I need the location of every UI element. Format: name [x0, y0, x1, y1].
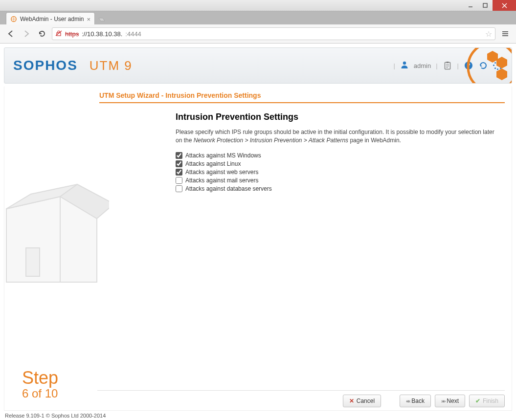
ips-option-label: Attacks against MS Windows	[185, 152, 261, 159]
ips-option-checkbox[interactable]	[176, 185, 182, 192]
tab-close-icon[interactable]: ×	[87, 16, 91, 23]
step-number: 6 of 10	[22, 387, 58, 400]
ssl-warning-icon	[55, 30, 62, 38]
back-label: Back	[411, 398, 425, 404]
separator: |	[436, 62, 437, 69]
ips-option-label: Attacks against Linux	[185, 160, 241, 167]
reload-button[interactable]	[36, 28, 48, 40]
step-label: Step	[22, 369, 58, 387]
brand-logo: SOPHOS	[13, 58, 78, 73]
separator: |	[393, 62, 395, 69]
svg-marker-20	[496, 57, 507, 68]
ips-option-row[interactable]: Attacks against MS Windows	[176, 152, 502, 159]
ips-option-row[interactable]: Attacks against mail servers	[176, 177, 502, 184]
browser-toolbar: https ://10.38.10.38. :4444 ☆	[0, 24, 516, 43]
next-label: Next	[447, 398, 459, 404]
wizard-content: Intrusion Prevention Settings Please spe…	[97, 103, 512, 192]
ips-option-row[interactable]: Attacks against database servers	[176, 185, 502, 192]
ips-option-checkbox[interactable]	[176, 152, 182, 159]
ips-option-checkbox[interactable]	[176, 169, 182, 176]
ips-option-label: Attacks against mail servers	[185, 177, 258, 184]
svg-rect-1	[483, 3, 487, 7]
browser-tab[interactable]: WebAdmin - User admin ×	[6, 12, 95, 24]
url-scheme: https	[65, 30, 79, 38]
finish-button: ✔ Finish	[469, 395, 505, 407]
window-minimize-button[interactable]	[463, 0, 478, 11]
tab-title: WebAdmin - User admin	[20, 16, 84, 22]
cancel-icon: ✕	[349, 398, 354, 404]
tab-strip: WebAdmin - User admin ×	[0, 11, 516, 24]
browser-menu-button[interactable]	[499, 28, 511, 40]
ips-option-row[interactable]: Attacks against Linux	[176, 160, 502, 167]
svg-rect-26	[26, 248, 40, 276]
release-footer: Release 9.109-1 © Sophos Ltd 2000-2014	[0, 411, 516, 420]
window-close-button[interactable]	[493, 0, 516, 11]
wizard-breadcrumb: UTM Setup Wizard - Intrusion Prevention …	[99, 87, 505, 103]
back-button[interactable]	[5, 28, 17, 40]
svg-point-10	[403, 61, 406, 64]
desc-post: page in WebAdmin.	[348, 137, 401, 144]
bookmark-star-icon[interactable]: ☆	[485, 29, 492, 39]
house-illustration-icon	[1, 150, 109, 297]
ips-option-label: Attacks against web servers	[185, 169, 258, 176]
app-header: SOPHOS UTM 9 | admin | | ?	[4, 47, 512, 84]
ips-option-label: Attacks against database servers	[185, 185, 272, 192]
back-button[interactable]: «« Back	[400, 395, 431, 407]
svg-marker-21	[496, 68, 507, 80]
page-viewport: SOPHOS UTM 9 | admin | | ?	[0, 44, 516, 420]
page-title: Intrusion Prevention Settings	[176, 112, 502, 122]
finish-label: Finish	[483, 398, 498, 404]
step-indicator: Step 6 of 10	[22, 369, 58, 400]
url-host: ://10.38.10.38.	[82, 30, 122, 38]
svg-marker-19	[487, 51, 498, 63]
new-tab-button[interactable]	[97, 15, 107, 24]
wizard-button-row: ✕ Cancel «« Back »» Next ✔ Finish	[97, 390, 505, 407]
check-icon: ✔	[475, 398, 480, 404]
url-port: :4444	[125, 30, 141, 38]
favicon-icon	[10, 16, 17, 22]
wizard-body: UTM Setup Wizard - Intrusion Prevention …	[97, 87, 512, 410]
wizard-sidebar: Step 6 of 10	[4, 87, 97, 410]
ips-option-checkbox[interactable]	[176, 160, 182, 167]
window-titlebar	[0, 0, 516, 11]
hexagon-logo-icon	[466, 47, 512, 84]
address-bar[interactable]: https ://10.38.10.38. :4444 ☆	[52, 27, 495, 40]
desc-path: Network Protection > Intrusion Preventio…	[194, 137, 348, 144]
page-description: Please specify which IPS rule groups sho…	[176, 128, 502, 145]
main-content: Step 6 of 10 UTM Setup Wizard - Intrusio…	[4, 87, 512, 411]
clipboard-icon[interactable]	[443, 61, 452, 70]
user-label[interactable]: admin	[414, 62, 431, 69]
chevron-right-icon: »»	[441, 398, 444, 404]
cancel-button[interactable]: ✕ Cancel	[343, 395, 381, 407]
ips-option-row[interactable]: Attacks against web servers	[176, 169, 502, 176]
ips-option-checkbox[interactable]	[176, 177, 182, 184]
product-name: UTM 9	[90, 58, 133, 73]
user-icon	[400, 60, 409, 71]
separator: |	[457, 62, 459, 69]
next-button[interactable]: »» Next	[435, 395, 465, 407]
forward-button[interactable]	[21, 28, 32, 40]
svg-rect-12	[446, 62, 449, 63]
cancel-label: Cancel	[357, 398, 375, 404]
browser-chrome: WebAdmin - User admin × https ://10.38.1…	[0, 11, 516, 44]
chevron-left-icon: ««	[406, 398, 409, 404]
window-maximize-button[interactable]	[478, 0, 493, 11]
